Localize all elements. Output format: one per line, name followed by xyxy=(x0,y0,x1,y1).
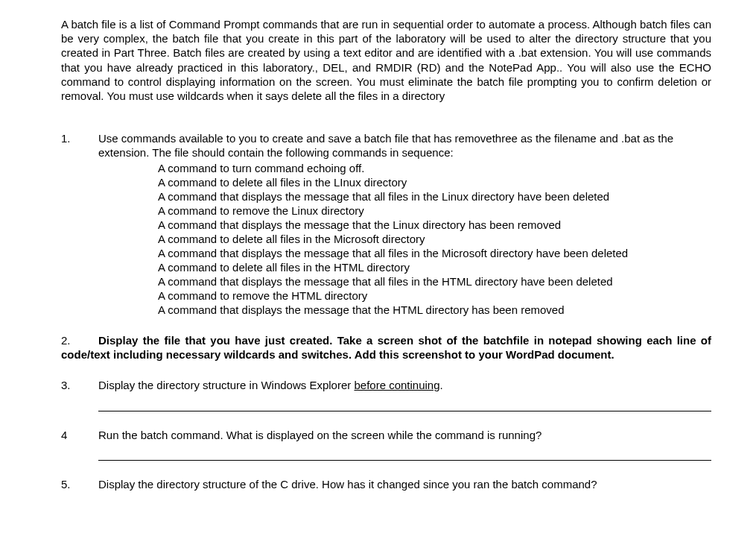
command-item: A command that displays the message that… xyxy=(158,246,711,260)
step-text-post: . xyxy=(440,379,443,391)
command-list: A command to turn command echoing off. A… xyxy=(98,161,711,318)
step-text-underline: before continuing xyxy=(354,379,439,391)
answer-blank xyxy=(98,444,711,461)
step-text: Display the file that you have just crea… xyxy=(61,334,711,361)
step-number: 2. xyxy=(61,333,98,347)
command-item: A command that displays the message that… xyxy=(158,303,711,317)
command-item: A command to delete all files in the LIn… xyxy=(158,175,711,189)
step-number: 1. xyxy=(61,131,98,145)
command-item: A command to delete all files in the HTM… xyxy=(158,260,711,274)
step-3: 3. Display the directory structure in Wi… xyxy=(61,378,711,411)
command-item: A command to remove the Linux directory xyxy=(158,204,711,218)
step-text-pre: Display the directory structure in Windo… xyxy=(98,379,354,391)
command-item: A command that displays the message that… xyxy=(158,189,711,204)
command-item: A command to delete all files in the Mic… xyxy=(158,232,711,246)
step-1: 1. Use commands available to you to crea… xyxy=(61,131,711,317)
step-5: 5. Display the directory structure of th… xyxy=(61,477,711,491)
step-2: 2.Display the file that you have just cr… xyxy=(61,333,711,362)
step-text: Display the directory structure of the C… xyxy=(98,477,711,491)
command-item: A command to turn command echoing off. xyxy=(158,161,711,175)
step-text: Run the batch command. What is displayed… xyxy=(98,428,711,442)
step-body: Use commands available to you to create … xyxy=(98,131,711,317)
steps-list: 1. Use commands available to you to crea… xyxy=(61,131,711,491)
step-number: 3. xyxy=(61,378,98,392)
command-item: A command that displays the message that… xyxy=(158,274,711,288)
command-item: A command that displays the message that… xyxy=(158,218,711,232)
step-body: Display the directory structure in Windo… xyxy=(98,378,711,392)
answer-blank xyxy=(98,394,711,411)
document-page: A batch file is a list of Command Prompt… xyxy=(0,0,756,523)
step-number: 5. xyxy=(61,477,98,491)
step-4: 4 Run the batch command. What is display… xyxy=(61,428,711,461)
step-number: 4 xyxy=(61,428,98,442)
command-item: A command to remove the HTML directory xyxy=(158,288,711,303)
step-lead: Use commands available to you to create … xyxy=(98,132,673,159)
intro-paragraph: A batch file is a list of Command Prompt… xyxy=(61,17,711,103)
